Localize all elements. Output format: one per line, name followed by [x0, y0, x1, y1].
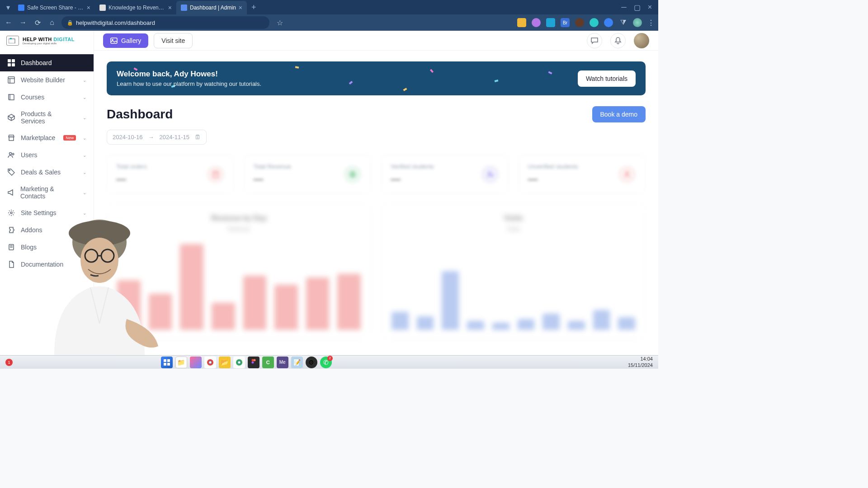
gear-icon	[7, 209, 15, 217]
extension-icon[interactable]	[575, 18, 584, 27]
gallery-button[interactable]: Gallery	[103, 33, 148, 48]
date-range-picker[interactable]: 2024-10-16 → 2024-11-15 🗓	[107, 130, 207, 145]
taskbar-clock[interactable]: 14:04 15/11/2024	[628, 356, 653, 368]
date-to: 2024-11-15	[160, 134, 190, 141]
svg-point-15	[9, 153, 12, 155]
sidebar-item-deals-sales[interactable]: Deals & Sales ⌄	[0, 164, 94, 181]
watch-tutorials-button[interactable]: Watch tutorials	[578, 70, 636, 87]
taskbar-center: 📁 📂 C Me 📝 ⚙ ✆	[161, 357, 332, 368]
bookmark-star-icon[interactable]: ☆	[277, 19, 283, 27]
sidebar-item-addons[interactable]: Addons	[0, 221, 94, 239]
forward-button[interactable]: →	[18, 19, 28, 27]
svg-rect-0	[9, 39, 15, 43]
page-heading-row: Dashboard Book a demo	[107, 106, 646, 122]
taskbar-app-notepad[interactable]: 📝	[291, 357, 303, 368]
taskbar-app-copilot[interactable]	[190, 357, 202, 368]
address-bar[interactable]: 🔒 helpwithdigital.com/dashboard	[61, 16, 269, 29]
taskbar-notification-badge[interactable]: 1	[5, 359, 13, 366]
gallery-icon	[110, 37, 118, 44]
home-button[interactable]: ⌂	[47, 19, 57, 27]
sidebar-item-dashboard[interactable]: Dashboard	[0, 54, 94, 71]
sidebar-item-courses[interactable]: Courses ⌄	[0, 89, 94, 106]
visit-site-button[interactable]: Visit site	[154, 33, 193, 48]
taskbar-app-camtasia[interactable]: C	[262, 357, 274, 368]
extension-icon[interactable]	[604, 18, 613, 27]
chevron-down-icon: ⌄	[83, 153, 86, 158]
sidebar-item-marketing-contacts[interactable]: Marketing & Contacts ⌄	[0, 181, 94, 204]
extension-icon[interactable]	[590, 18, 599, 27]
stat-label: Verified students	[391, 163, 434, 170]
reload-button[interactable]: ⟳	[33, 19, 42, 27]
taskbar-app-figma[interactable]	[248, 357, 259, 368]
bar	[568, 321, 585, 330]
sidebar-item-blogs[interactable]: Blogs	[0, 239, 94, 256]
logo[interactable]: HELP WITH DIGITAL Developing your digita…	[0, 31, 94, 51]
tab-close-icon[interactable]: ×	[239, 4, 242, 11]
user-avatar[interactable]	[634, 33, 649, 48]
sidebar-item-site-settings[interactable]: Site Settings ⌄	[0, 204, 94, 221]
tab-close-icon[interactable]: ×	[87, 4, 90, 11]
window-maximize-icon[interactable]: ▢	[634, 3, 641, 12]
extensions-puzzle-icon[interactable]: ⧩	[618, 18, 627, 27]
back-button[interactable]: ←	[4, 19, 14, 27]
taskbar-app-obs[interactable]: ⚙	[306, 357, 317, 368]
bar	[392, 312, 409, 330]
tab-close-icon[interactable]: ×	[168, 4, 172, 11]
sidebar-item-documentation[interactable]: Documentation	[0, 256, 94, 273]
notifications-button[interactable]	[610, 33, 626, 48]
new-badge: New	[63, 135, 76, 141]
window-minimize-icon[interactable]: ─	[621, 3, 626, 12]
book-demo-button[interactable]: Book a demo	[592, 106, 646, 122]
sidebar-item-products-services[interactable]: Products & Services ⌄	[0, 106, 94, 129]
taskbar-app-chrome[interactable]	[204, 357, 216, 368]
welcome-banner: Welcome back, Ady Howes! Learn how to us…	[107, 61, 646, 95]
extension-icon[interactable]	[546, 18, 555, 27]
welcome-title: Welcome back, Ady Howes!	[117, 70, 261, 79]
taskbar-app-chrome-2[interactable]	[233, 357, 245, 368]
taskbar-app-whatsapp[interactable]: ✆	[320, 357, 332, 368]
chart-revenue: Revenue by Day Revenue	[107, 204, 371, 339]
chevron-down-icon: ⌄	[83, 95, 86, 100]
topbar: Gallery Visit site	[94, 31, 658, 51]
extension-icon[interactable]	[532, 18, 541, 27]
verified-icon	[481, 165, 499, 183]
taskbar-app-files[interactable]: 📂	[219, 357, 231, 368]
browser-tab-2[interactable]: Dashboard | Admin ×	[176, 1, 247, 14]
taskbar-app-me[interactable]: Me	[277, 357, 288, 368]
sidebar-item-users[interactable]: Users ⌄	[0, 146, 94, 164]
sidebar-item-marketplace[interactable]: Marketplace New ⌄	[0, 129, 94, 146]
window-close-icon[interactable]: ×	[648, 3, 652, 12]
bar	[593, 310, 610, 330]
browser-menu-icon[interactable]: ⋮	[647, 19, 655, 27]
start-button[interactable]	[161, 357, 173, 368]
arrow-right-icon: →	[148, 134, 154, 141]
sidebar-item-website-builder[interactable]: Website Builder ⌄	[0, 71, 94, 89]
gallery-label: Gallery	[121, 37, 141, 44]
profile-avatar-icon[interactable]	[633, 18, 642, 27]
tag-icon	[7, 168, 15, 176]
grid-icon	[7, 59, 15, 67]
bar	[306, 277, 330, 330]
extension-icon[interactable]	[517, 18, 526, 27]
bar	[417, 316, 434, 330]
browser-tab-0[interactable]: Safe Screen Share - Share your ×	[14, 1, 95, 14]
taskbar-app-explorer[interactable]: 📁	[175, 357, 187, 368]
chart-visits: Visits Visits	[381, 204, 646, 339]
chevron-down-icon: ⌄	[83, 136, 86, 141]
svg-point-49	[253, 359, 255, 361]
chart-legend: Revenue	[117, 226, 361, 232]
browser-tab-1[interactable]: Knowledge to Revenue | Desig ×	[95, 1, 176, 14]
new-tab-button[interactable]: +	[247, 3, 261, 12]
extension-icon[interactable]: Br	[561, 18, 570, 27]
chart-title: Visits	[392, 214, 635, 222]
svg-rect-38	[164, 359, 166, 362]
content-area: Welcome back, Ady Howes! Learn how to us…	[94, 51, 658, 355]
chevron-down-icon: ⌄	[83, 170, 86, 175]
app-root: HELP WITH DIGITAL Developing your digita…	[0, 31, 658, 355]
svg-point-23	[112, 39, 113, 40]
file-icon	[7, 260, 15, 268]
tab-search-dropdown[interactable]: ▾	[3, 3, 14, 12]
sidebar-item-label: Products & Services	[21, 110, 77, 125]
messages-button[interactable]	[587, 33, 602, 48]
layout-icon	[7, 76, 15, 84]
